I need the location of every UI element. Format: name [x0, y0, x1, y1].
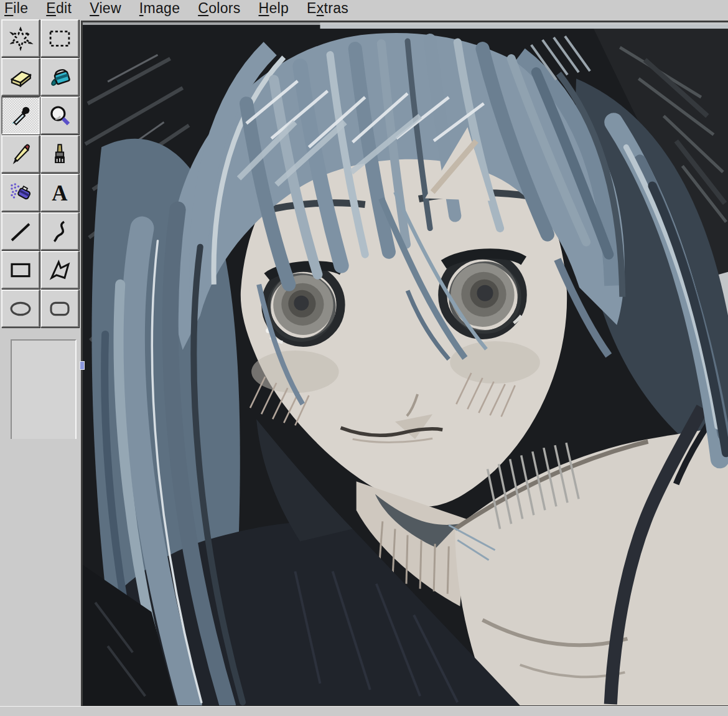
pencil-icon: [7, 141, 34, 167]
tool-options-well: [11, 339, 77, 441]
rounded-rectangle-icon: [47, 296, 73, 322]
tool-pick-color[interactable]: [1, 97, 40, 134]
magnifier-icon: [47, 103, 73, 129]
tool-fill[interactable]: [40, 58, 79, 96]
paint-app: File Edit View Image Colors Help Extras: [0, 0, 728, 716]
menu-edit[interactable]: Edit: [46, 0, 72, 16]
tool-free-form-select[interactable]: [1, 19, 40, 57]
menu-bar: File Edit View Image Colors Help Extras: [0, 0, 728, 19]
tool-text[interactable]: A: [40, 174, 79, 212]
text-icon: A: [47, 180, 73, 206]
eraser-icon: [7, 64, 34, 90]
free-form-select-icon: [7, 26, 34, 52]
left-gutter: [0, 439, 81, 716]
tool-magnifier[interactable]: [40, 97, 79, 134]
tool-curve[interactable]: [40, 212, 79, 250]
curve-icon: [47, 219, 73, 245]
line-icon: [7, 219, 34, 245]
ellipse-icon: [7, 296, 34, 322]
eyedropper-icon: [7, 103, 34, 129]
tool-brush[interactable]: [40, 135, 79, 173]
tool-rectangle[interactable]: [1, 251, 40, 289]
menu-colors[interactable]: Colors: [198, 0, 240, 16]
menu-view[interactable]: View: [90, 0, 121, 16]
tool-eraser[interactable]: [1, 58, 40, 96]
tool-polygon[interactable]: [40, 251, 79, 289]
select-icon: [47, 26, 73, 52]
tool-rounded-rectangle[interactable]: [40, 290, 79, 327]
menu-file[interactable]: File: [4, 0, 28, 16]
airbrush-icon: [7, 180, 34, 206]
tool-select[interactable]: [40, 19, 79, 57]
right-eye: [442, 253, 524, 335]
painting: [83, 22, 728, 705]
left-eye: [266, 265, 342, 342]
drawing-canvas[interactable]: [81, 21, 728, 707]
tool-ellipse[interactable]: [1, 290, 40, 327]
rectangle-icon: [7, 257, 34, 283]
fill-bucket-icon: [47, 64, 73, 90]
tool-airbrush[interactable]: [1, 174, 40, 212]
tool-line[interactable]: [1, 212, 40, 250]
menu-extras[interactable]: Extras: [307, 0, 348, 16]
canvas-resize-handle[interactable]: [80, 361, 85, 370]
menu-help[interactable]: Help: [259, 0, 289, 16]
tool-palette: A: [1, 19, 80, 327]
menu-image[interactable]: Image: [139, 0, 180, 16]
bottom-gutter: [0, 706, 728, 716]
tool-pencil[interactable]: [1, 135, 40, 173]
brush-icon: [47, 141, 73, 167]
polygon-icon: [47, 257, 73, 283]
svg-text:A: A: [52, 181, 68, 205]
